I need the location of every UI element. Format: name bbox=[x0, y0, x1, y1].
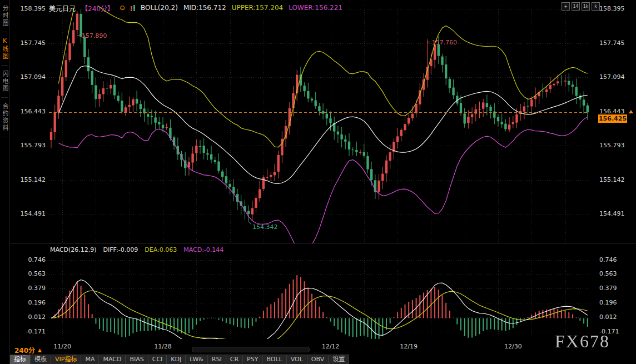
price-tick-left: 155.142 bbox=[10, 176, 46, 184]
sidebar: 分时图K线图闪电图合约资料 bbox=[0, 0, 10, 364]
footer-tab-10[interactable]: RSI bbox=[208, 355, 226, 364]
main-chart-canvas[interactable] bbox=[49, 6, 589, 243]
macd-tick-right: 0.012 bbox=[599, 313, 635, 321]
window-control-icon-4[interactable]: k bbox=[592, 2, 600, 11]
price-tick-left: 156.443 bbox=[10, 108, 46, 116]
macd-tick-left: 0.012 bbox=[10, 313, 46, 321]
macd-dea-value: DEA:0.063 bbox=[145, 246, 177, 253]
sidebar-item-2[interactable]: K线图 bbox=[1, 37, 8, 66]
price-tick-left: 158.395 bbox=[10, 5, 46, 13]
macd-tick-right: 0.196 bbox=[599, 299, 635, 307]
date-tick: 11/28 bbox=[153, 343, 173, 350]
price-arrow-icon bbox=[629, 110, 633, 113]
price-tick-right: 155.142 bbox=[599, 176, 635, 184]
date-tick: 12/12 bbox=[321, 343, 341, 350]
period-label: 240分 bbox=[14, 345, 35, 355]
footer-tab-15[interactable]: OBV bbox=[307, 355, 329, 364]
period-indicator[interactable]: 240分 ▲ bbox=[14, 345, 42, 355]
footer-tab-7[interactable]: CCI bbox=[148, 355, 167, 364]
macd-tick-left: 0.746 bbox=[10, 256, 46, 264]
sidebar-item-1[interactable]: 分时图 bbox=[1, 5, 8, 32]
macd-tick-left: 0.563 bbox=[10, 270, 46, 278]
price-tick-left: 157.094 bbox=[10, 73, 46, 81]
panel-separator bbox=[10, 243, 636, 244]
footer-tab-12[interactable]: PSY bbox=[243, 355, 262, 364]
macd-tick-right: 0.563 bbox=[599, 270, 635, 278]
macd-tick-right: 0.379 bbox=[599, 285, 635, 292]
footer-tab-13[interactable]: BOLL bbox=[262, 355, 286, 364]
footer-tab-14[interactable]: VOL bbox=[287, 355, 307, 364]
trading-app: 分时图K线图闪电图合约资料 美元日元 【240分】 ⊖ BOLL(20,2) M… bbox=[0, 0, 636, 364]
sidebar-item-4[interactable]: 合约资料 bbox=[1, 103, 8, 137]
price-tick-left: 155.793 bbox=[10, 142, 46, 149]
current-price-badge: 156.425 bbox=[598, 114, 627, 123]
macd-chart-canvas[interactable] bbox=[49, 256, 589, 339]
footer-tab-4[interactable]: MA bbox=[81, 355, 99, 364]
price-tick-left: 154.491 bbox=[10, 210, 46, 218]
price-tick-right: 158.395 bbox=[599, 5, 635, 13]
macd-tick-left: 0.379 bbox=[10, 285, 46, 292]
macd-tick-right: 0.746 bbox=[599, 256, 635, 264]
footer-toolbar: 指标模板VIP指标MAMACDBIASCCIKDJLW&RSICRPSYBOLL… bbox=[10, 355, 349, 364]
footer-tab-11[interactable]: CR bbox=[226, 355, 243, 364]
price-tick-right: 155.793 bbox=[599, 142, 635, 149]
macd-title[interactable]: MACD(26,12,9) bbox=[50, 246, 97, 253]
footer-tab-16[interactable]: 设置 bbox=[329, 355, 349, 364]
footer-tab-6[interactable]: BIAS bbox=[126, 355, 148, 364]
macd-bar-value: MACD:-0.144 bbox=[183, 246, 223, 253]
footer-tab-5[interactable]: MACD bbox=[99, 355, 126, 364]
date-tick: 11/20 bbox=[52, 343, 72, 350]
period-arrow-icon: ▲ bbox=[38, 347, 42, 353]
price-tick-left: 157.745 bbox=[10, 39, 46, 47]
scrollbar-thumb[interactable] bbox=[192, 347, 310, 352]
footer-tab-9[interactable]: LW& bbox=[186, 355, 208, 364]
macd-tick-left: -0.171 bbox=[10, 328, 46, 336]
footer-tab-2[interactable]: 模板 bbox=[31, 355, 51, 364]
macd-header: MACD(26,12,9) DIFF:-0.009 DEA:0.063 MACD… bbox=[50, 246, 223, 253]
price-tick-right: 157.094 bbox=[599, 73, 635, 81]
footer-tab-8[interactable]: KDJ bbox=[167, 355, 186, 364]
price-tick-right: 154.491 bbox=[599, 210, 635, 218]
footer-tab-1[interactable]: 指标 bbox=[10, 355, 31, 364]
date-tick: 12/30 bbox=[503, 343, 523, 350]
watermark: FX678 bbox=[555, 331, 610, 352]
macd-diff-value: DIFF:-0.009 bbox=[103, 246, 138, 253]
price-tick-right: 157.745 bbox=[599, 39, 635, 47]
footer-tab-3[interactable]: VIP指标 bbox=[51, 355, 81, 364]
macd-tick-left: 0.196 bbox=[10, 299, 46, 307]
sidebar-item-3[interactable]: 闪电图 bbox=[1, 71, 8, 98]
date-tick: 12/19 bbox=[399, 343, 419, 350]
